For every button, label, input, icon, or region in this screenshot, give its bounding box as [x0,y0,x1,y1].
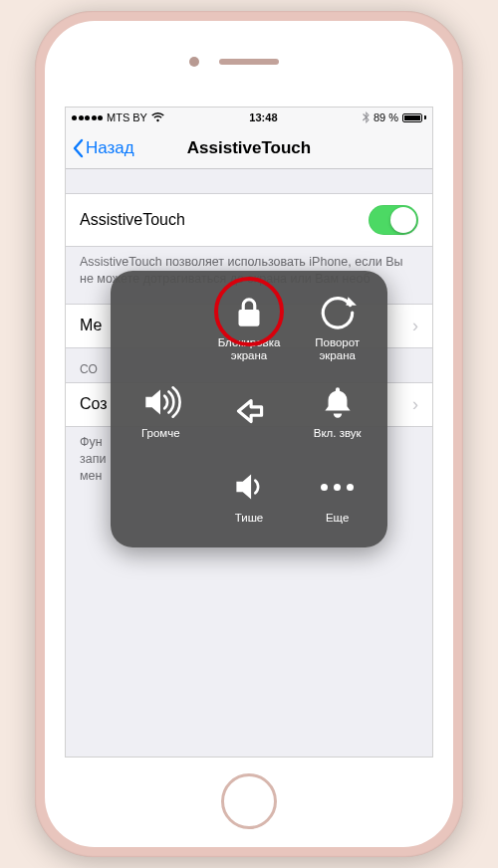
bell-icon [317,381,359,423]
battery-icon [402,113,426,122]
status-bar: MTS BY 13:48 89 % [66,108,432,127]
toggle-label: AssistiveTouch [80,211,185,229]
lock-label: Блокировка экрана [218,336,281,362]
menu-row-label: Ме [80,317,102,334]
signal-dots-icon [72,115,103,120]
nav-bar: Назад AssistiveTouch [66,127,432,169]
phone-camera [189,57,199,67]
chevron-right-icon: › [412,316,418,336]
rotate-label: Поворот экрана [315,336,360,362]
lock-icon [228,291,270,332]
volume-up-label: Громче [141,427,180,440]
arrow-left-icon [228,390,270,432]
clock-label: 13:48 [249,111,277,123]
more-button[interactable]: Еще [293,453,381,538]
back-button[interactable]: Назад [72,127,134,168]
screen: MTS BY 13:48 89 % [65,107,433,758]
battery-percent: 89 % [374,111,398,123]
more-label: Еще [326,512,349,525]
volume-up-button[interactable]: Громче [117,369,205,454]
back-arrow-button[interactable] [205,369,294,454]
sound-on-button[interactable]: Вкл. звук [293,369,381,454]
phone-body: MTS BY 13:48 89 % [45,21,453,847]
assistivetouch-toggle[interactable] [369,205,418,235]
carrier-label: MTS BY [107,111,147,123]
rotate-icon [317,291,359,332]
lock-screen-button[interactable]: Блокировка экрана [205,285,294,369]
chevron-right-icon: › [412,394,418,415]
assistivetouch-toggle-row: AssistiveTouch [66,193,432,247]
volume-down-button[interactable]: Тише [205,453,294,538]
create-row-label: Соз [80,395,108,413]
volume-down-label: Тише [235,512,264,525]
sound-on-label: Вкл. звук [314,427,362,440]
assistivetouch-overlay: Блокировка экрана Поворот экрана Громче [111,271,387,547]
bluetooth-icon [363,111,370,123]
page-title: AssistiveTouch [187,138,311,158]
volume-down-icon [228,466,270,508]
phone-frame: MTS BY 13:48 89 % [35,11,463,857]
home-button[interactable] [221,773,277,829]
chevron-left-icon [72,138,84,158]
phone-speaker [219,59,279,65]
back-label: Назад [86,138,134,158]
more-icon [317,466,359,508]
volume-up-icon [139,381,181,423]
rotate-screen-button[interactable]: Поворот экрана [293,285,381,369]
wifi-icon [151,112,164,122]
